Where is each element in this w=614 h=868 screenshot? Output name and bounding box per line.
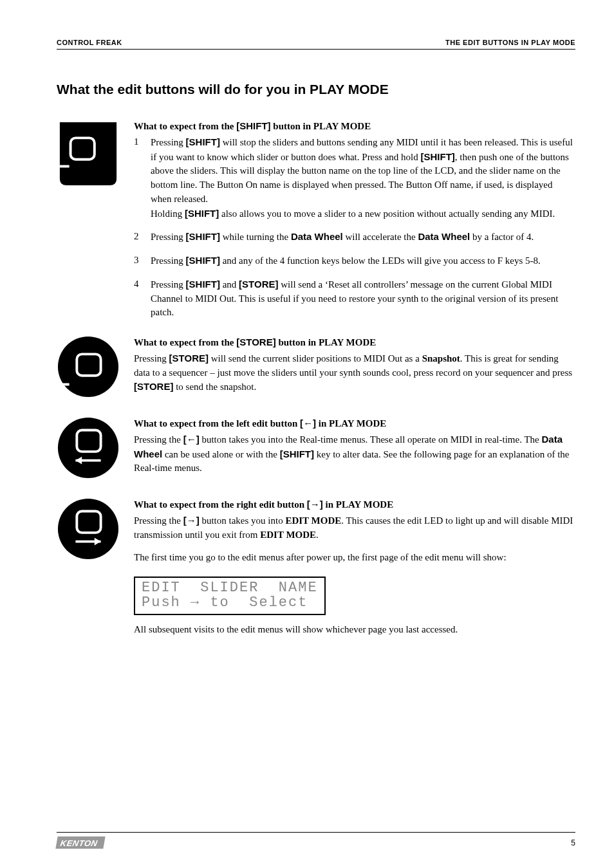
store-heading: What to expect from the [STORE] button i… — [134, 335, 575, 350]
left-body: Pressing the [←] button takes you into t… — [134, 432, 575, 476]
shift-item-3: 3 Pressing [SHIFT] and any of the 4 func… — [134, 254, 575, 268]
kenton-logo: KENTON — [55, 836, 105, 849]
right-body-2: The first time you go to the edit menus … — [134, 551, 575, 565]
shift-item-1: 1 Pressing [SHIFT] will stop the sliders… — [134, 135, 575, 221]
page-footer: KENTON 5 — [57, 832, 575, 849]
shift-item-2: 2 Pressing [SHIFT] while turning the Dat… — [134, 230, 575, 245]
svg-point-5 — [58, 418, 118, 478]
right-body-3: All subsequent visits to the edit menus … — [134, 623, 575, 637]
lcd-line-1: EDIT SLIDER NAME — [142, 580, 318, 595]
store-body: Pressing [STORE] will send the current s… — [134, 351, 575, 394]
header-left: CONTROL FREAK — [57, 39, 122, 46]
lcd-display: EDIT SLIDER NAME Push → to Select — [134, 577, 326, 615]
header-right: THE EDIT BUTTONS IN PLAY MODE — [445, 39, 575, 46]
shift-item-4: 4 Pressing [SHIFT] and [STORE] will send… — [134, 277, 575, 320]
left-arrow-button-icon — [57, 416, 121, 482]
lcd-line-2: Push → to Select — [142, 595, 318, 610]
right-heading: What to expect from the right edit butto… — [134, 497, 575, 512]
main-heading: What the edit buttons will do for you in… — [57, 82, 575, 97]
svg-point-9 — [58, 499, 118, 559]
shift-heading: What to expect from the [SHIFT] button i… — [134, 119, 575, 134]
svg-point-2 — [58, 337, 118, 397]
shift-button-icon — [57, 119, 121, 320]
left-heading: What to expect from the left edit button… — [134, 416, 575, 431]
right-body-1: Pressing the [→] button takes you into E… — [134, 513, 575, 542]
store-button-icon — [57, 335, 121, 401]
page-number: 5 — [571, 838, 575, 847]
right-arrow-button-icon — [57, 497, 121, 637]
page-header: CONTROL FREAK THE EDIT BUTTONS IN PLAY M… — [57, 39, 575, 50]
